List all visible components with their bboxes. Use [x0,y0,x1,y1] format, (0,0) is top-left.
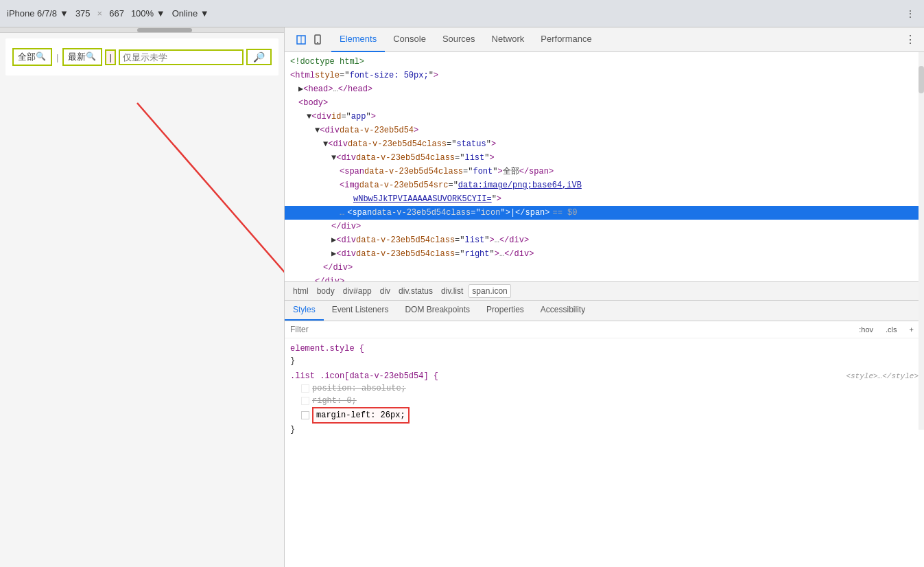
devtools-panel: Elements Console Sources Network Perform… [285,27,924,567]
styles-filter-input[interactable] [290,325,854,334]
style-prop-margin-left-name: margin-left: 26px; [312,407,410,424]
tree-line[interactable]: </div> [285,275,924,281]
tree-line[interactable]: ▶ <div data-v-23eb5d54 class="list">…</d… [285,233,924,247]
device-selector[interactable]: iPhone 6/7/8 ▼ [7,8,69,19]
hov-button[interactable]: :hov [854,324,878,335]
styles-filter-bar: :hov .cls + [285,321,924,338]
highlighted-property: margin-left: 26px; [312,407,410,424]
filter-input-wrapper[interactable] [119,49,244,65]
breadcrumb-div[interactable]: div [377,285,393,297]
style-prop-position-name: position: absolute; [312,382,406,395]
search-icon-latest: 🔍 [86,51,97,62]
pipe-char: | [109,52,111,62]
breadcrumb-html[interactable]: html [290,285,311,297]
cls-button[interactable]: .cls [881,324,902,335]
tree-line[interactable]: <!doctype html> [285,55,924,69]
tree-line[interactable]: <img data-v-23eb5d54 src="data:image/png… [285,178,924,192]
tab-styles[interactable]: Styles [285,300,324,321]
breadcrumb-bar: html body div#app div div.status div.lis… [285,281,924,301]
style-tabs: Styles Event Listeners DOM Breakpoints P… [285,301,924,321]
toolbar-icons: ⋮ [903,7,917,21]
style-rule-list-icon: .list .icon[data-v-23eb5d54] { <style>…<… [285,369,924,437]
viewport-scrollbar-top[interactable] [0,27,284,33]
search-icon-all: 🔍 [36,51,47,62]
tab-event-listeners[interactable]: Event Listeners [324,300,397,321]
network-selector[interactable]: Online ▼ [172,8,209,19]
tab-sources[interactable]: Sources [434,27,484,52]
tab-dom-breakpoints[interactable]: DOM Breakpoints [396,300,478,321]
tree-line-selected[interactable]: … <span data-v-23eb5d54 class="icon">|</… [285,206,924,220]
pipe-icon-element[interactable]: | [105,49,115,65]
devtools-tabs: Elements Console Sources Network Perform… [285,27,924,52]
breadcrumb-divstatus[interactable]: div.status [396,285,436,297]
phone-viewport: 全部 🔍 | 最新 🔍 | 🔎 [0,27,285,567]
filter-latest-button[interactable]: 最新 🔍 [62,48,102,66]
separator-1: | [55,52,60,62]
more-options-icon[interactable]: ⋮ [903,7,917,21]
breadcrumb-divapp[interactable]: div#app [340,285,375,297]
tab-accessibility[interactable]: Accessibility [532,300,593,321]
filter-input[interactable] [123,52,239,62]
tree-line[interactable]: <body> [285,96,924,110]
tree-line[interactable]: </div> [285,220,924,233]
tree-line[interactable]: <span data-v-23eb5d54 class="font">全部</s… [285,165,924,178]
element-style-selector: element.style { [290,343,364,355]
tree-line[interactable]: ▶ <div data-v-23eb5d54 class="right">…</… [285,247,924,261]
breadcrumb-body[interactable]: body [314,285,337,297]
devtools-icons [287,32,331,48]
svg-point-5 [317,42,318,43]
tree-line[interactable]: ▶ <head>…</head> [285,82,924,96]
style-rule-element: element.style { } [285,341,924,369]
style-prop-margin-left: margin-left: 26px; [301,407,919,424]
annotation-arrow [0,27,285,542]
tab-network[interactable]: Network [484,27,533,52]
style-checkbox-margin-left[interactable] [301,411,309,419]
filter-toggle-button[interactable]: 🔎 [246,49,272,65]
tab-elements[interactable]: Elements [331,27,385,52]
main-split: 全部 🔍 | 最新 🔍 | 🔎 [0,27,924,567]
tab-console[interactable]: Console [385,27,434,52]
devtools-scrollbar[interactable] [919,52,924,430]
elements-panel: <!doctype html> <html style="font-size: … [285,52,924,567]
filter-all-label: 全部 [18,51,36,63]
breadcrumb-divlist[interactable]: div.list [438,285,466,297]
app-content: 全部 🔍 | 最新 🔍 | 🔎 [5,38,279,76]
tree-line[interactable]: wNbw5JkTPVIAAAAASUVORK5CYII="> [285,192,924,206]
filter-all-button[interactable]: 全部 🔍 [12,48,52,66]
device-arrow: ▼ [60,8,69,19]
browser-toolbar: iPhone 6/7/8 ▼ 375 × 667 100% ▼ Online ▼… [0,0,924,27]
tree-line[interactable]: ▼ <div data-v-23eb5d54> [285,124,924,137]
dimension-cross: × [97,8,103,19]
style-prop-right-name: right: 0; [312,395,357,407]
svg-line-1 [137,103,285,316]
zoom-selector[interactable]: 100% ▼ [131,8,165,19]
add-style-button[interactable]: + [905,324,919,335]
tree-line[interactable]: ▼ <div data-v-23eb5d54 class="status"> [285,137,924,151]
inspect-icon[interactable] [293,32,309,48]
tab-performance[interactable]: Performance [532,27,600,52]
tree-line[interactable]: </div> [285,261,924,275]
devtools-more-icon[interactable]: ⋮ [899,33,921,46]
toggle-icon: 🔎 [253,51,265,62]
style-prop-position: position: absolute; [301,382,919,395]
style-selector-list-icon: .list .icon[data-v-23eb5d54] { [290,370,438,382]
style-prop-right: right: 0; [301,395,919,407]
tree-line[interactable]: ▼ <div data-v-23eb5d54 class="list"> [285,151,924,165]
tab-properties[interactable]: Properties [478,300,532,321]
device-label: iPhone 6/7/8 [7,8,57,19]
tree-line[interactable]: <html style="font-size: 50px;"> [285,69,924,82]
dimension-height: 667 [109,8,124,19]
styles-content[interactable]: element.style { } .list .icon[data-v-23e… [285,338,924,568]
device-icon[interactable] [309,32,326,48]
search-filter-bar: 全部 🔍 | 最新 🔍 | 🔎 [12,45,272,69]
style-origin: <style>…</style> [846,370,919,382]
breadcrumb-spanicon[interactable]: span.icon [469,284,510,298]
devtools-scrollbar-thumb[interactable] [919,66,924,93]
style-checkbox-position[interactable] [301,384,309,393]
viewport-scrollbar-thumb[interactable] [137,28,192,32]
tree-line[interactable]: ▼ <div id="app"> [285,110,924,124]
html-tree[interactable]: <!doctype html> <html style="font-size: … [285,52,924,281]
styles-filter-actions: :hov .cls + [854,324,919,335]
style-checkbox-right[interactable] [301,397,309,405]
filter-latest-label: 最新 [68,51,86,63]
